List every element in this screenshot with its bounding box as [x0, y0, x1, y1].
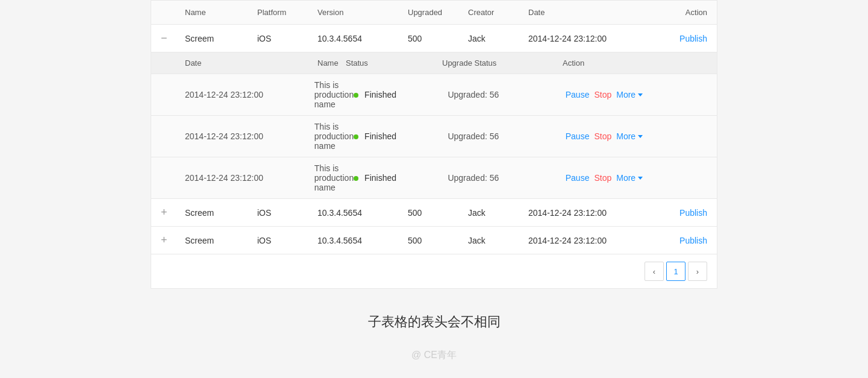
- sub-row2-actions: Pause Stop More: [566, 131, 683, 141]
- chevron-down-icon: [638, 93, 643, 96]
- row3-expander[interactable]: +: [161, 234, 185, 247]
- sub-row1-status-text: Finished: [364, 90, 396, 99]
- sub-header-status: Status: [346, 58, 442, 68]
- brand-text: @ CE青年: [411, 349, 457, 362]
- sub-header-name: Name: [317, 58, 346, 68]
- status-dot-icon: [354, 134, 358, 139]
- row2-action: Publish: [617, 208, 707, 218]
- sub-row1-actions: Pause Stop More: [566, 90, 683, 99]
- header-version: Version: [317, 8, 408, 17]
- row3-creator: Jack: [468, 236, 528, 245]
- status-dot-icon: [354, 176, 358, 181]
- row3-action: Publish: [617, 236, 707, 245]
- row3-version: 10.3.4.5654: [317, 236, 408, 245]
- sub-table-header: Date Name Status Upgrade Status Action: [151, 52, 717, 74]
- table-row: + Screem iOS 10.3.4.5654 500 Jack 2014-1…: [151, 227, 717, 254]
- sub-row2-more-button[interactable]: More: [616, 131, 643, 141]
- sub-table-row: 2014-12-24 23:12:00 This is production n…: [151, 74, 717, 116]
- row1-upgraded: 500: [408, 34, 468, 43]
- sub-row3-more-button[interactable]: More: [616, 173, 643, 183]
- sub-row1-name: This is production name: [314, 80, 354, 109]
- header-date: Date: [528, 8, 617, 17]
- sub-row2-stop-button[interactable]: Stop: [594, 131, 611, 141]
- main-row2-top: + Screem iOS 10.3.4.5654 500 Jack 2014-1…: [151, 199, 717, 226]
- row1-creator: Jack: [468, 34, 528, 43]
- main-table-header: Name Platform Version Upgraded Creator D…: [151, 1, 717, 25]
- sub-row2-status: Finished: [354, 131, 448, 141]
- page-wrapper: Name Platform Version Upgraded Creator D…: [0, 0, 868, 378]
- pagination-page-1-button[interactable]: 1: [666, 262, 685, 281]
- pagination: ‹ 1 ›: [151, 254, 717, 288]
- chevron-down-icon: [638, 135, 643, 138]
- sub-row3-status: Finished: [354, 173, 448, 183]
- sub-row2-status-text: Finished: [364, 131, 396, 141]
- pagination-prev-button[interactable]: ‹: [645, 262, 664, 281]
- row2-date: 2014-12-24 23:12:00: [528, 208, 617, 218]
- row1-publish-button[interactable]: Publish: [679, 34, 707, 43]
- header-name: Name: [185, 8, 257, 17]
- sub-row2-date: 2014-12-24 23:12:00: [185, 131, 314, 141]
- row3-date: 2014-12-24 23:12:00: [528, 236, 617, 245]
- sub-header-date: Date: [185, 58, 317, 68]
- main-row-top: − Screem iOS 10.3.4.5654 500 Jack 2014-1…: [151, 25, 717, 52]
- row1-date: 2014-12-24 23:12:00: [528, 34, 617, 43]
- row3-platform: iOS: [257, 236, 317, 245]
- sub-row3-status-text: Finished: [364, 173, 396, 183]
- sub-row2-name: This is production name: [314, 122, 354, 151]
- row2-name: Screem: [185, 208, 257, 218]
- footer-brand: @ CE青年: [0, 349, 868, 362]
- sub-row1-more-button[interactable]: More: [616, 90, 643, 99]
- sub-row3-actions: Pause Stop More: [566, 173, 683, 183]
- row2-version: 10.3.4.5654: [317, 208, 408, 218]
- sub-header-action: Action: [563, 58, 683, 68]
- header-upgraded: Upgraded: [408, 8, 468, 17]
- row3-publish-button[interactable]: Publish: [679, 236, 707, 245]
- main-table-container: Name Platform Version Upgraded Creator D…: [151, 0, 717, 289]
- sub-row1-pause-button[interactable]: Pause: [566, 90, 590, 99]
- sub-table-row: 2014-12-24 23:12:00 This is production n…: [151, 116, 717, 157]
- main-row3-top: + Screem iOS 10.3.4.5654 500 Jack 2014-1…: [151, 227, 717, 254]
- table-row: + Screem iOS 10.3.4.5654 500 Jack 2014-1…: [151, 199, 717, 227]
- row2-creator: Jack: [468, 208, 528, 218]
- row3-upgraded: 500: [408, 236, 468, 245]
- sub-table-1: Date Name Status Upgrade Status Action 2…: [151, 52, 717, 198]
- sub-row2-upgrade: Upgraded: 56: [448, 131, 565, 141]
- row2-upgraded: 500: [408, 208, 468, 218]
- header-creator: Creator: [468, 8, 528, 17]
- row1-name: Screem: [185, 34, 257, 43]
- header-action: Action: [617, 8, 707, 17]
- row1-expander[interactable]: −: [161, 32, 185, 45]
- row2-publish-button[interactable]: Publish: [679, 208, 707, 218]
- row2-platform: iOS: [257, 208, 317, 218]
- header-platform: Platform: [257, 8, 317, 17]
- chevron-down-icon: [638, 177, 643, 180]
- row1-version: 10.3.4.5654: [317, 34, 408, 43]
- sub-row1-date: 2014-12-24 23:12:00: [185, 90, 314, 99]
- sub-row3-name: This is production name: [314, 163, 354, 192]
- sub-row3-upgrade: Upgraded: 56: [448, 173, 565, 183]
- sub-header-upgrade: Upgrade Status: [442, 58, 563, 68]
- table-row: − Screem iOS 10.3.4.5654 500 Jack 2014-1…: [151, 25, 717, 199]
- sub-row1-status: Finished: [354, 90, 448, 99]
- sub-row3-stop-button[interactable]: Stop: [594, 173, 611, 183]
- sub-table-row: 2014-12-24 23:12:00 This is production n…: [151, 157, 717, 198]
- sub-row3-date: 2014-12-24 23:12:00: [185, 173, 314, 183]
- footer-subtitle: 子表格的表头会不相同: [0, 313, 868, 331]
- row1-action: Publish: [617, 34, 707, 43]
- row2-expander[interactable]: +: [161, 206, 185, 219]
- footer-section: 子表格的表头会不相同 @ CE青年: [0, 289, 868, 374]
- sub-row2-pause-button[interactable]: Pause: [566, 131, 590, 141]
- sub-row1-stop-button[interactable]: Stop: [594, 90, 611, 99]
- sub-row1-upgrade: Upgraded: 56: [448, 90, 565, 99]
- pagination-next-button[interactable]: ›: [688, 262, 707, 281]
- status-dot-icon: [354, 93, 358, 98]
- sub-row3-pause-button[interactable]: Pause: [566, 173, 590, 183]
- row1-platform: iOS: [257, 34, 317, 43]
- row3-name: Screem: [185, 236, 257, 245]
